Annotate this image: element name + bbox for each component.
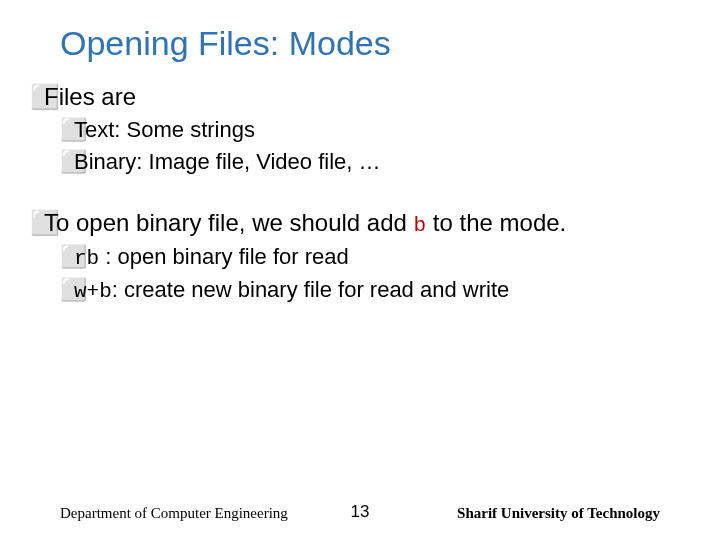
code-inline: rb bbox=[74, 247, 99, 270]
code-inline: w+b bbox=[74, 280, 112, 303]
bullet-icon: ⬜ bbox=[30, 81, 44, 113]
sub-bullet-item: ⬜Text: Some strings bbox=[60, 115, 690, 145]
bullet-text: Text: Some strings bbox=[74, 117, 255, 142]
slide-title: Opening Files: Modes bbox=[60, 24, 690, 63]
sub-bullet-item: ⬜rb : open binary file for read bbox=[60, 242, 690, 273]
slide: Opening Files: Modes ⬜Files are ⬜Text: S… bbox=[0, 0, 720, 540]
sub-bullet-item: ⬜Binary: Image file, Video file, … bbox=[60, 147, 690, 177]
slide-number: 13 bbox=[351, 502, 370, 522]
bullet-text: : open binary file for read bbox=[99, 244, 348, 269]
code-inline: b bbox=[414, 214, 427, 237]
bullet-item: ⬜To open binary file, we should add b to… bbox=[30, 207, 690, 240]
bullet-icon: ⬜ bbox=[60, 242, 74, 272]
slide-content: ⬜Files are ⬜Text: Some strings ⬜Binary: … bbox=[30, 81, 690, 307]
bullet-text-pre: To open binary file, we should add bbox=[44, 209, 414, 236]
bullet-text-post: to the mode. bbox=[426, 209, 566, 236]
bullet-item: ⬜Files are bbox=[30, 81, 690, 113]
footer-university: Sharif University of Technology bbox=[457, 505, 660, 522]
bullet-icon: ⬜ bbox=[60, 275, 74, 305]
bullet-text: Binary: Image file, Video file, … bbox=[74, 149, 381, 174]
sub-bullet-item: ⬜w+b: create new binary file for read an… bbox=[60, 275, 690, 306]
bullet-icon: ⬜ bbox=[60, 147, 74, 177]
bullet-text: Files are bbox=[44, 83, 136, 110]
spacer bbox=[30, 179, 690, 207]
bullet-icon: ⬜ bbox=[60, 115, 74, 145]
footer-department: Department of Computer Engineering bbox=[60, 505, 288, 522]
bullet-text: : create new binary file for read and wr… bbox=[112, 277, 509, 302]
bullet-icon: ⬜ bbox=[30, 207, 44, 239]
